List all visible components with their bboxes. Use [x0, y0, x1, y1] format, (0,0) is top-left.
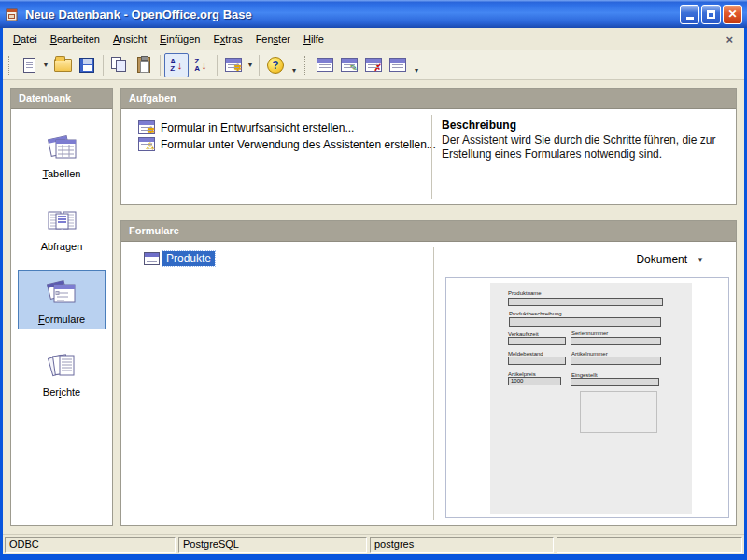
form-rename-button[interactable] [386, 53, 410, 77]
app-icon [5, 7, 21, 22]
content-area: Datenbank Tabellen [3, 80, 744, 534]
menu-datei[interactable]: Datei [7, 31, 44, 48]
description-title: Beschreibung [442, 119, 726, 132]
close-button[interactable]: ✕ [723, 5, 742, 24]
preview-groupbox [580, 391, 657, 433]
task-list: ✱ Formular in Entwurfsansicht erstellen.… [121, 109, 431, 204]
forms-section: Formulare Produkte Dokument ▼ [120, 220, 737, 526]
menu-fenster[interactable]: Fenster [249, 31, 297, 48]
toolbar-separator [217, 55, 218, 76]
preview-field [508, 357, 566, 365]
form-rename-icon [389, 58, 406, 72]
sidebar-item-abfragen[interactable]: Abfragen [18, 197, 106, 257]
task-create-with-wizard[interactable]: ⁂ Formular unter Verwendung des Assisten… [138, 137, 431, 151]
new-form-design-button[interactable]: ✱ [221, 53, 246, 77]
sort-ascending-icon: AZ [170, 58, 176, 73]
toolbar-grip[interactable] [304, 56, 309, 75]
new-form-design-icon: ✱ [225, 58, 242, 72]
toolbar-overflow-button[interactable]: ▾ [288, 53, 301, 77]
sidebar-item-berichte[interactable]: Berichte [18, 343, 106, 402]
tables-icon [46, 133, 78, 162]
sort-ascending-button[interactable]: AZ ↓ [164, 53, 189, 77]
window-title: Neue Datenbank - OpenOffice.org Base [25, 7, 678, 21]
new-document-icon [23, 58, 35, 73]
sidebar-header: Datenbank [11, 89, 112, 109]
minimize-icon [686, 17, 694, 20]
help-icon: ? [267, 57, 284, 74]
document-close-icon[interactable]: × [718, 33, 740, 47]
preview-field: 1000 [508, 377, 561, 385]
form-wizard-icon: ⁂ [138, 137, 155, 151]
toolbar-separator [160, 55, 161, 76]
title-bar: Neue Datenbank - OpenOffice.org Base ✕ [0, 0, 747, 28]
maximize-button[interactable] [701, 5, 721, 24]
form-edit-icon: ✎ [341, 58, 358, 72]
preview-field [509, 317, 661, 327]
sort-descending-icon: ZA [194, 58, 200, 73]
description-panel: Beschreibung Der Assistent wird Sie durc… [432, 109, 736, 204]
form-edit-button[interactable]: ✎ [337, 53, 361, 77]
menu-bar: Datei Bearbeiten Ansicht Einfügen Extras… [3, 28, 744, 50]
status-bar: ODBC PostgreSQL postgres [3, 534, 744, 554]
form-list: Produkte [121, 242, 433, 525]
sidebar-item-tabellen[interactable]: Tabellen [18, 124, 106, 184]
tasks-section: Aufgaben ✱ Formular in Entwurfsansicht e… [120, 88, 737, 205]
form-preview-page: Produktname Produktbeschreibung Verkaufs… [490, 283, 692, 514]
reports-icon [46, 351, 78, 381]
save-icon [79, 58, 94, 73]
tasks-body: ✱ Formular in Entwurfsansicht erstellen.… [121, 109, 736, 204]
form-item-produkte[interactable]: Produkte [144, 251, 215, 266]
sidebar-item-formulare[interactable]: Formulare [18, 270, 106, 329]
forms-body: Produkte Dokument ▼ Produktname [121, 242, 736, 525]
new-form-design-dropdown[interactable]: ▼ [246, 53, 255, 77]
status-empty [557, 537, 742, 553]
preview-field [508, 337, 566, 345]
form-open-icon [317, 58, 333, 72]
form-delete-button[interactable]: ✗ [361, 53, 386, 77]
document-dropdown[interactable]: Dokument ▼ [636, 253, 704, 266]
form-design-icon: ✱ [138, 120, 155, 134]
preview-field [571, 337, 661, 345]
menu-hilfe[interactable]: Hilfe [297, 31, 331, 48]
form-preview: Produktname Produktbeschreibung Verkaufs… [445, 277, 729, 518]
preview-pane: Dokument ▼ Produktname Produktbeschreibu… [434, 242, 736, 525]
sort-descending-button[interactable]: ZA ↓ [189, 53, 213, 77]
minimize-button[interactable] [680, 5, 699, 24]
paste-icon [137, 57, 150, 73]
menu-extras[interactable]: Extras [206, 31, 248, 48]
sidebar-items: Tabellen Abfragen [11, 109, 112, 415]
paste-button[interactable] [132, 53, 156, 77]
application-window: Neue Datenbank - OpenOffice.org Base ✕ D… [0, 0, 747, 560]
preview-field [571, 357, 661, 365]
maximize-icon [707, 10, 715, 19]
open-button[interactable] [50, 53, 75, 77]
status-database-driver: PostgreSQL [178, 537, 367, 553]
form-delete-icon: ✗ [365, 58, 382, 72]
menu-einfuegen[interactable]: Einfügen [153, 31, 206, 48]
description-text: Der Assistent wird Sie durch die Schritt… [442, 133, 726, 161]
forms-icon [46, 278, 78, 308]
toolbar-separator [103, 55, 104, 76]
form-item-label: Produkte [162, 251, 215, 266]
preview-label: Produktbeschreibung [509, 311, 562, 316]
copy-icon [111, 57, 128, 73]
close-icon: ✕ [727, 7, 737, 21]
copy-button[interactable] [107, 53, 132, 77]
toolbar-overflow-button[interactable]: ▾ [410, 53, 423, 77]
preview-label: Produktname [508, 290, 542, 296]
forms-header: Formulare [121, 221, 736, 242]
menu-ansicht[interactable]: Ansicht [106, 31, 153, 48]
save-button[interactable] [75, 53, 99, 77]
preview-field [508, 298, 663, 306]
status-connection-type: ODBC [5, 537, 176, 553]
toolbar-grip[interactable] [8, 56, 13, 75]
task-create-design-view[interactable]: ✱ Formular in Entwurfsansicht erstellen.… [138, 120, 431, 134]
status-database-name: postgres [370, 537, 554, 553]
new-document-dropdown[interactable]: ▼ [41, 53, 50, 77]
menu-bearbeiten[interactable]: Bearbeiten [44, 31, 106, 48]
preview-field [571, 378, 659, 386]
new-document-button[interactable] [17, 53, 41, 77]
form-icon [144, 252, 160, 265]
form-open-button[interactable] [313, 53, 337, 77]
help-button[interactable]: ? [263, 53, 288, 77]
